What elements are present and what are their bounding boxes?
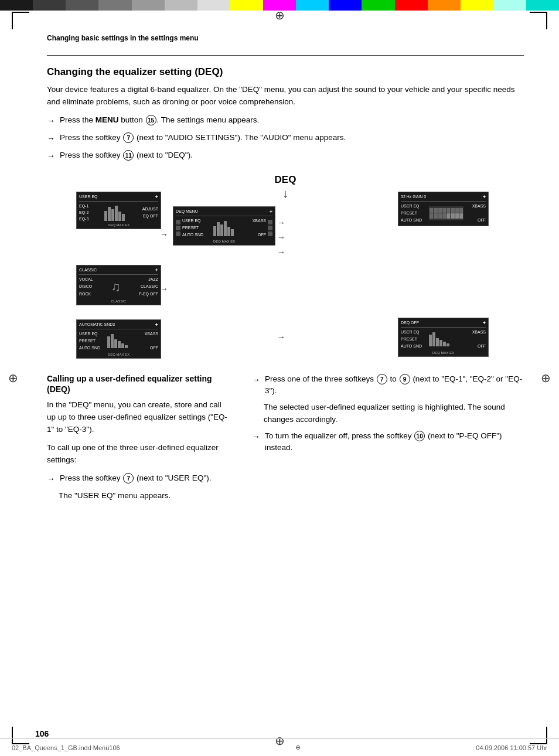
left-bullet-arrow-1: → [47, 473, 55, 485]
arrow-center-right-top: → [277, 218, 285, 227]
subsection-title-left: Calling up a user-defined equalizer sett… [47, 373, 229, 394]
bullet-text-3: Press the softkey 11 (next to "DEQ"). [60, 149, 193, 161]
bullet-item-3: → Press the softkey 11 (next to "DEQ"). [47, 149, 524, 162]
footer-right: 04.09.2006 11:00:57 Uhr [476, 744, 547, 751]
section1-title: Changing the equalizer setting (DEQ) [47, 66, 524, 78]
right-bullet-arrow-2: → [252, 431, 260, 443]
right-bullet-arrow-1: → [252, 374, 260, 386]
deq-arrow-down: ↓ [282, 187, 288, 200]
display-auto-snd: AUTOMATIC SND3 + USER EQPRESETAUTO SND X… [76, 319, 161, 359]
display-classic: CLASSIC + VOCALDISCOROCK ♫ JAZZCLASSICP-… [76, 265, 161, 305]
section1-body: Your device features a digital 6-band eq… [47, 84, 524, 108]
footer-bar: 02_BA_Queens_1_GB.indd Menü106 ⊕ 04.09.2… [0, 738, 559, 756]
section-header: Changing basic settings in the settings … [47, 34, 524, 43]
left-body2: To call up one of the three user-defined… [47, 442, 229, 466]
deq-diagram: DEQ ↓ USER EQ + EQ-1EQ-2EQ-3 [47, 174, 524, 356]
bullet-item-1: → Press the MENU button 15. The settings… [47, 114, 524, 127]
footer-left: 02_BA_Queens_1_GB.indd Menü106 [12, 744, 120, 751]
arrow-center-right-mid: → [277, 233, 285, 242]
display-32hz: 32 Hz GAIN 0 + USER EQPRESETAUTO SND XB [398, 192, 489, 226]
col-left: Calling up a user-defined equalizer sett… [47, 373, 229, 506]
bullet-text-1: Press the MENU button 15. The settings m… [60, 114, 259, 126]
right-indent-1: The selected user-defined equalizer sett… [252, 401, 524, 425]
col-right: → Press one of the three softkeys 7 to 9… [252, 373, 524, 506]
right-bullet-text-1: Press one of the three softkeys 7 to 9 (… [265, 373, 524, 397]
bullet-arrow-1: → [47, 115, 55, 127]
display-deq-menu: DEQ MENU + USER EQPRESETAUTO SND [173, 206, 275, 246]
bullet-text-2: Press the softkey 7 (next to "AUDIO SETT… [60, 132, 346, 144]
display-deq-off: DEQ OFF + USER EQPRESETAUTO SND XBASS OF… [398, 318, 489, 357]
arrow-to-deq-off: → [277, 332, 285, 342]
page-content: Changing basic settings in the settings … [0, 11, 559, 530]
header-rule [47, 55, 524, 56]
arrow-center-right-bot: → [277, 247, 285, 257]
bullet-arrow-2: → [47, 132, 55, 145]
right-bullet-1: → Press one of the three softkeys 7 to 9… [252, 373, 524, 397]
display-user-eq: USER EQ + EQ-1EQ-2EQ-3 ADJUSTEQ OFF [76, 192, 161, 230]
left-indent-1: The "USER EQ" menu appears. [47, 490, 229, 502]
right-bullet-text-2: To turn the equalizer off, press the sof… [265, 430, 524, 454]
bullet-arrow-3: → [47, 150, 55, 162]
left-bullet-1: → Press the softkey 7 (next to "USER EQ"… [47, 472, 229, 485]
left-body1: In the "DEQ" menu, you can create, store… [47, 399, 229, 436]
two-col-section: Calling up a user-defined equalizer sett… [47, 373, 524, 506]
footer-crosshair: ⊕ [295, 744, 301, 751]
deq-label: DEQ [275, 174, 296, 186]
arrow-to-center: → [160, 230, 168, 239]
arrow-classic-center: → [160, 284, 168, 294]
left-bullet-text-1: Press the softkey 7 (next to "USER EQ"). [60, 472, 211, 484]
page-number: 106 [35, 729, 49, 738]
bullet-item-2: → Press the softkey 7 (next to "AUDIO SE… [47, 132, 524, 145]
right-bullet-2: → To turn the equalizer off, press the s… [252, 430, 524, 454]
